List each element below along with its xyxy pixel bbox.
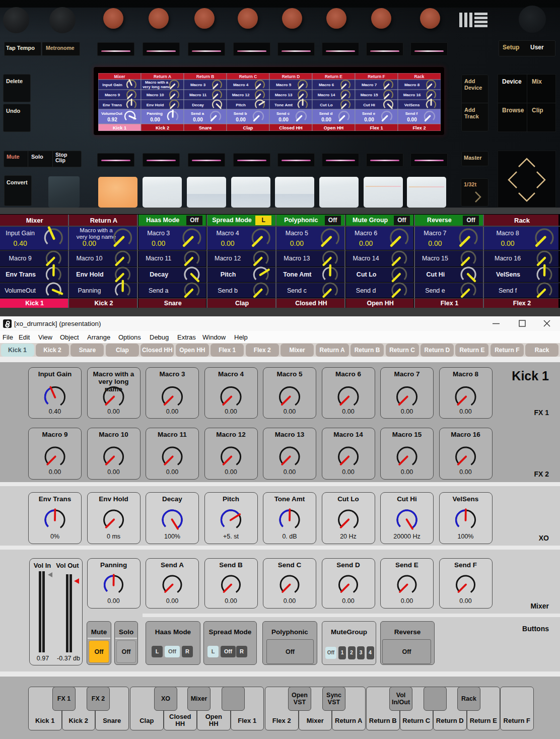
svg-text:Panning: Panning xyxy=(147,111,163,116)
svg-text:Macro 14: Macro 14 xyxy=(318,93,335,97)
svg-text:Flex 2: Flex 2 xyxy=(412,125,426,130)
svg-text:Send c: Send c xyxy=(276,111,290,116)
svg-text:Send f: Send f xyxy=(405,111,418,116)
svg-text:Open HH: Open HH xyxy=(324,125,344,130)
svg-text:Macro 16: Macro 16 xyxy=(403,93,421,97)
svg-text:0.00: 0.00 xyxy=(407,117,417,122)
svg-text:Decay: Decay xyxy=(192,103,204,107)
svg-text:0.00: 0.00 xyxy=(321,117,331,122)
svg-text:Send e: Send e xyxy=(362,111,376,116)
svg-text:Return F: Return F xyxy=(368,74,385,79)
svg-text:Return B: Return B xyxy=(196,74,214,79)
svg-text:Macro 7: Macro 7 xyxy=(362,83,377,87)
svg-text:Macro 15: Macro 15 xyxy=(361,93,378,97)
svg-text:Snare: Snare xyxy=(199,125,212,130)
svg-text:Macro 13: Macro 13 xyxy=(275,93,293,97)
svg-text:Macro with a: Macro with a xyxy=(145,80,169,85)
svg-text:0.00: 0.00 xyxy=(364,117,374,122)
svg-text:VolumeOut: VolumeOut xyxy=(101,111,122,116)
svg-text:Macro 6: Macro 6 xyxy=(319,83,334,87)
svg-text:VelSens: VelSens xyxy=(404,103,420,107)
svg-text:Macro 9: Macro 9 xyxy=(105,93,120,97)
svg-text:Macro 11: Macro 11 xyxy=(189,93,207,97)
svg-text:Return C: Return C xyxy=(239,74,257,79)
svg-text:Send a: Send a xyxy=(191,111,204,116)
svg-text:Return E: Return E xyxy=(325,74,342,79)
svg-text:Clap: Clap xyxy=(243,125,253,130)
svg-text:Macro 5: Macro 5 xyxy=(276,83,292,87)
svg-text:Input Gain: Input Gain xyxy=(102,83,122,87)
svg-text:Cut Hi: Cut Hi xyxy=(363,103,375,107)
svg-text:Env Hold: Env Hold xyxy=(147,103,164,107)
svg-text:Send b: Send b xyxy=(234,111,247,116)
svg-text:Kick 2: Kick 2 xyxy=(156,125,169,130)
svg-text:Send d: Send d xyxy=(319,111,333,116)
svg-text:Tone Amt: Tone Amt xyxy=(274,103,293,107)
svg-text:0.00: 0.00 xyxy=(150,117,160,122)
svg-text:Env Trans: Env Trans xyxy=(103,103,122,107)
svg-text:Macro 12: Macro 12 xyxy=(232,93,250,97)
svg-text:Return D: Return D xyxy=(282,74,300,79)
svg-text:Rack: Rack xyxy=(414,74,424,79)
svg-text:Closed HH: Closed HH xyxy=(279,125,303,130)
svg-text:Macro 3: Macro 3 xyxy=(190,83,206,87)
svg-text:Mixer: Mixer xyxy=(114,74,126,79)
svg-text:0.00: 0.00 xyxy=(278,117,289,122)
svg-text:Return A: Return A xyxy=(154,74,171,79)
svg-text:0.92: 0.92 xyxy=(107,117,117,122)
svg-text:Macro 4: Macro 4 xyxy=(233,83,249,87)
svg-text:Macro 10: Macro 10 xyxy=(147,93,164,97)
svg-text:Kick 1: Kick 1 xyxy=(113,125,126,130)
svg-text:Pitch: Pitch xyxy=(236,103,246,107)
svg-text:Cut Lo: Cut Lo xyxy=(320,103,332,107)
svg-text:Flex 1: Flex 1 xyxy=(370,125,383,130)
svg-text:0.00: 0.00 xyxy=(236,117,246,122)
svg-text:Macro 8: Macro 8 xyxy=(404,83,420,87)
svg-text:very long name: very long name xyxy=(143,85,171,89)
svg-text:0.00: 0.00 xyxy=(193,117,203,122)
